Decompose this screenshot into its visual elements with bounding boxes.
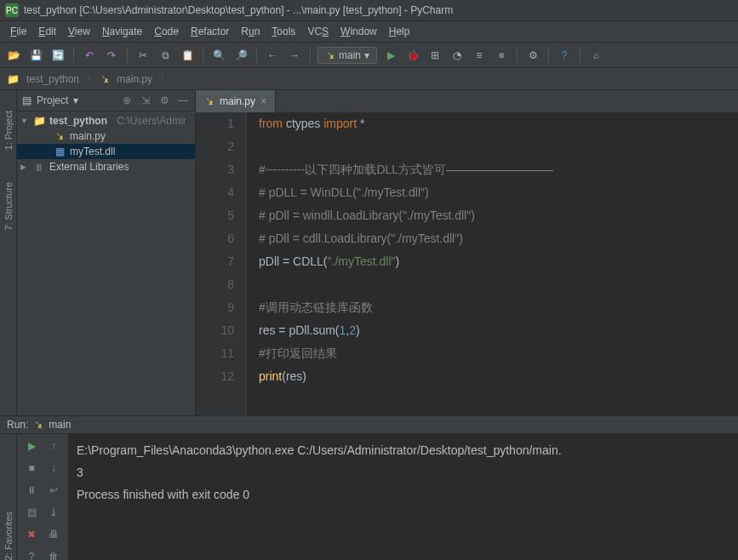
menu-refactor[interactable]: Refactor: [186, 24, 234, 39]
tab-favorites[interactable]: 2: Favorites: [3, 511, 14, 560]
menu-code[interactable]: Code: [149, 24, 184, 39]
pause-icon[interactable]: ⏸: [23, 482, 40, 499]
menu-help[interactable]: Help: [384, 24, 415, 39]
project-tool-icon: ▤: [22, 94, 31, 106]
help-icon[interactable]: ?: [23, 548, 40, 560]
stop-icon[interactable]: ■: [23, 460, 40, 477]
menu-tools[interactable]: Tools: [266, 24, 300, 39]
profile-icon[interactable]: ◔: [449, 47, 466, 64]
sidebar-header: ▤ Project ▾ ⊕ ⇲ ⚙ —: [17, 90, 195, 111]
coverage-icon[interactable]: ⊞: [426, 47, 443, 64]
code-content[interactable]: from ctypes import * #----------以下四种加载DL…: [247, 112, 738, 415]
replace-icon[interactable]: 🔎: [232, 47, 249, 64]
run-config-label: main: [339, 49, 361, 61]
collapse-all-icon[interactable]: ⇲: [139, 94, 152, 107]
tab-main-py[interactable]: ⭸ main.py ×: [196, 90, 276, 112]
tree-file[interactable]: ⭸ main.py: [17, 129, 195, 144]
python-file-icon: ⭸: [100, 73, 110, 85]
output-line: Process finished with exit code 0: [77, 483, 729, 506]
tree-external-libraries[interactable]: ▶ ⫼ External Libraries: [17, 159, 195, 174]
settings-icon[interactable]: ⚙: [524, 47, 541, 64]
redo-icon[interactable]: ↷: [103, 47, 120, 64]
breadcrumb-file[interactable]: main.py: [113, 72, 156, 86]
copy-icon[interactable]: ⧉: [157, 47, 174, 64]
run-panel: Run: ⭸ main 2: Favorites ▶ ↑ ■ ↓ ⏸ ↩ ▤ ⤓: [0, 415, 738, 560]
menu-run[interactable]: Run: [236, 24, 265, 39]
line-number: 9: [196, 296, 234, 319]
window-title: test_python [C:\Users\Administrator\Desk…: [24, 4, 453, 16]
print-icon[interactable]: 🖶: [45, 526, 62, 543]
menu-navigate[interactable]: Navigate: [97, 24, 147, 39]
tree-file[interactable]: ▦ myTest.dll: [17, 144, 195, 159]
run-panel-header: Run: ⭸ main: [0, 416, 738, 434]
stop-icon[interactable]: ■: [493, 47, 510, 64]
rerun-icon[interactable]: ▶: [23, 437, 40, 454]
close-icon[interactable]: ×: [260, 95, 266, 107]
gear-icon[interactable]: ⚙: [157, 94, 171, 107]
project-sidebar: ▤ Project ▾ ⊕ ⇲ ⚙ — ▼ 📁 test_python C:\U…: [17, 90, 196, 415]
python-icon: ⭸: [325, 49, 335, 61]
app-icon: PC: [5, 3, 19, 17]
separator: [256, 48, 257, 63]
menu-view[interactable]: View: [63, 24, 95, 39]
hide-icon[interactable]: —: [176, 94, 190, 107]
search-everywhere-icon[interactable]: ⌕: [587, 47, 604, 64]
find-icon[interactable]: 🔍: [210, 47, 227, 64]
concurrency-icon[interactable]: ≡: [471, 47, 488, 64]
python-file-icon: ⭸: [53, 130, 66, 142]
chevron-down-icon[interactable]: ▾: [73, 94, 78, 106]
line-number: 4: [196, 181, 234, 204]
main-area: 1: Project 7: Structure ▤ Project ▾ ⊕ ⇲ …: [0, 90, 738, 415]
menu-file[interactable]: File: [5, 24, 31, 39]
scroll-end-icon[interactable]: ⤓: [45, 504, 62, 521]
tree-project-root[interactable]: ▼ 📁 test_python C:\Users\Admir: [17, 113, 195, 129]
expand-icon[interactable]: ▼: [20, 117, 29, 125]
folder-icon: 📁: [7, 73, 20, 85]
scroll-from-source-icon[interactable]: ⊕: [120, 94, 134, 107]
down-icon[interactable]: ↓: [45, 460, 62, 477]
menu-edit[interactable]: Edit: [33, 24, 61, 39]
tab-project[interactable]: 1: Project: [2, 107, 15, 153]
clear-icon[interactable]: 🗑: [45, 548, 62, 560]
separator: [73, 48, 74, 63]
menu-vcs[interactable]: VCS: [302, 24, 334, 39]
up-icon[interactable]: ↑: [45, 437, 62, 454]
tab-structure[interactable]: 7: Structure: [2, 179, 15, 234]
output-line: E:\Program_Files\Anaconda3\python.exe C:…: [77, 439, 729, 461]
file-label: main.py: [70, 130, 106, 142]
menu-window[interactable]: Window: [335, 24, 382, 39]
forward-icon[interactable]: →: [286, 47, 303, 64]
project-tree: ▼ 📁 test_python C:\Users\Admir ⭸ main.py…: [17, 111, 195, 415]
run-output[interactable]: E:\Program_Files\Anaconda3\python.exe C:…: [68, 434, 738, 560]
separator: [310, 48, 311, 63]
breadcrumb-root[interactable]: test_python: [23, 72, 83, 86]
undo-icon[interactable]: ↶: [81, 47, 98, 64]
separator: [517, 48, 518, 63]
separator: [548, 48, 549, 63]
line-number: 12: [196, 365, 234, 388]
debug-icon[interactable]: 🐞: [404, 47, 421, 64]
soft-wrap-icon[interactable]: ↩: [45, 482, 62, 499]
close-tab-icon[interactable]: ✖: [23, 526, 40, 543]
open-icon[interactable]: 📂: [5, 47, 22, 64]
title-bar: PC test_python [C:\Users\Administrator\D…: [0, 0, 738, 21]
chevron-down-icon: ▾: [364, 49, 369, 61]
line-number: 10: [196, 319, 234, 342]
cut-icon[interactable]: ✂: [134, 47, 152, 64]
code-editor[interactable]: 1 2 3 4 5 6 7 8 9 10 11 12 from ctypes i…: [196, 112, 738, 415]
expand-icon[interactable]: ▶: [20, 163, 29, 171]
back-icon[interactable]: ←: [264, 47, 281, 64]
python-file-icon: ⭸: [204, 95, 215, 107]
save-all-icon[interactable]: 💾: [27, 47, 44, 64]
layout-icon[interactable]: ▤: [23, 504, 40, 521]
paste-icon[interactable]: 📋: [179, 47, 196, 64]
run-title: Run:: [7, 419, 28, 431]
editor-tabs: ⭸ main.py ×: [196, 90, 738, 112]
line-number: 3: [196, 158, 234, 181]
run-config-select[interactable]: ⭸ main ▾: [318, 47, 377, 64]
help-icon[interactable]: ?: [556, 47, 573, 64]
run-icon[interactable]: ▶: [382, 47, 399, 64]
file-label: myTest.dll: [70, 146, 115, 157]
output-line: 3: [77, 461, 729, 483]
sync-icon[interactable]: 🔄: [49, 47, 66, 64]
